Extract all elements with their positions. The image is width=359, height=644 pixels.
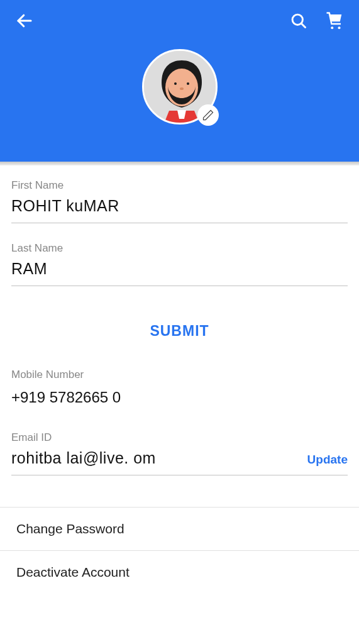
email-field: Email ID rohitba lai@live. om Update <box>11 431 348 475</box>
update-email-link[interactable]: Update <box>307 453 348 467</box>
submit-button[interactable]: SUBMIT <box>11 305 348 357</box>
svg-point-7 <box>174 82 177 85</box>
first-name-field: First Name <box>11 179 348 223</box>
top-bar <box>0 0 359 44</box>
mobile-label: Mobile Number <box>11 369 348 381</box>
header <box>0 0 359 162</box>
last-name-input[interactable] <box>11 260 348 278</box>
mobile-field: Mobile Number +919 5782665 0 <box>11 369 348 406</box>
last-name-label: Last Name <box>11 242 348 255</box>
last-name-field: Last Name <box>11 242 348 286</box>
deactivate-account-item[interactable]: Deactivate Account <box>0 550 359 594</box>
back-icon[interactable] <box>15 11 34 33</box>
account-actions: Change Password Deactivate Account <box>0 507 359 594</box>
edit-avatar-icon[interactable] <box>197 104 219 126</box>
svg-point-9 <box>180 87 184 90</box>
mobile-value: +919 5782665 0 <box>11 386 348 406</box>
email-value: rohitba lai@live. om <box>11 449 156 467</box>
svg-line-2 <box>301 23 305 27</box>
email-label: Email ID <box>11 431 348 444</box>
cart-icon[interactable] <box>325 11 344 33</box>
first-name-label: First Name <box>11 179 348 192</box>
svg-point-4 <box>338 26 341 29</box>
svg-point-8 <box>187 82 189 85</box>
change-password-item[interactable]: Change Password <box>0 507 359 550</box>
submit-label: SUBMIT <box>150 323 209 339</box>
search-icon[interactable] <box>290 12 307 32</box>
right-icons <box>290 11 344 33</box>
svg-point-3 <box>331 26 333 29</box>
first-name-input[interactable] <box>11 197 348 215</box>
avatar-container[interactable] <box>142 49 218 125</box>
profile-form: First Name Last Name SUBMIT Mobile Numbe… <box>0 165 359 475</box>
